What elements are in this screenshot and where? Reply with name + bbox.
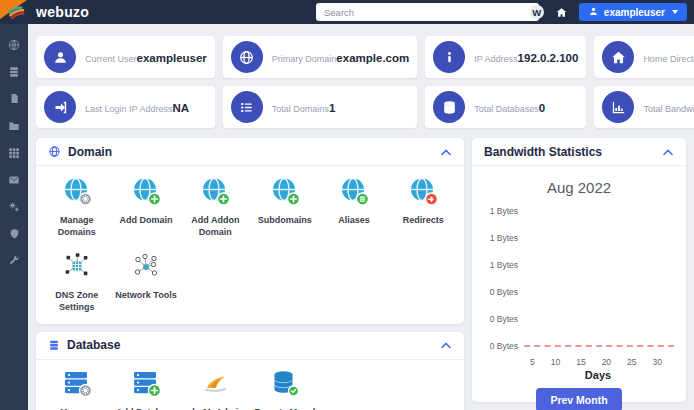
home-icon	[602, 41, 634, 73]
bandwidth-chart: 1 Bytes 1 Bytes 1 Bytes 0 Bytes 0 Bytes …	[478, 206, 678, 354]
domain-item-redirects[interactable]: Redirects	[389, 176, 458, 238]
database-item-manage-databases[interactable]: Manage Databases	[42, 368, 111, 410]
collapse-chevron-up-icon[interactable]	[440, 148, 452, 156]
item-label: Aliases	[338, 215, 370, 227]
database-panel-header: Database	[36, 332, 464, 360]
sidebar	[0, 24, 28, 410]
x-axis-tick: 30	[653, 357, 662, 367]
stat-value: 0	[539, 102, 545, 114]
domain-item-aliases[interactable]: Aliases	[319, 176, 388, 238]
stat-card-primary-domain: Primary Domainexample.com	[223, 36, 417, 78]
sidebar-item-settings settings-gears-icon[interactable]	[0, 193, 28, 220]
main-content: Current Userexampleuser Primary Domainex…	[28, 24, 694, 410]
webuzo-logo-icon	[8, 4, 25, 21]
x-axis-tick: 15	[576, 357, 585, 367]
database-item-add-database[interactable]: Add Database	[111, 368, 180, 410]
stat-label: IP Address	[474, 54, 517, 64]
stat-label: Primary Domain	[272, 54, 337, 64]
user-menu-label: exampleuser	[604, 7, 665, 18]
bandwidth-panel-header: Bandwidth Statistics	[472, 138, 686, 166]
stat-card-total-domains: Total Domains1	[223, 86, 417, 128]
item-label: Add Domain	[119, 215, 172, 227]
panel-title: Database	[67, 338, 120, 352]
y-axis-tick: 1 Bytes	[478, 233, 518, 243]
database-item-remote-mysql-access[interactable]: Remote Mysql Access	[250, 368, 319, 410]
x-axis-tick: 25	[627, 357, 636, 367]
phpmyadmin-icon	[200, 368, 230, 402]
sidebar-item-apps apps-grid-icon[interactable]	[0, 139, 28, 166]
domain-item-add-domain[interactable]: Add Domain	[111, 176, 180, 238]
stat-value: 192.0.2.100	[518, 52, 579, 64]
domain-item-add-addon-domain[interactable]: Add Addon Domain	[181, 176, 250, 238]
db-remote-icon	[270, 368, 300, 402]
app-logo[interactable]: webuzo	[8, 0, 89, 24]
y-axis-tick: 0 Bytes	[478, 287, 518, 297]
panel-title: Domain	[68, 145, 112, 159]
y-axis-tick: 1 Bytes	[478, 260, 518, 270]
db-stack-gear-icon	[62, 368, 92, 402]
collapse-chevron-up-icon[interactable]	[440, 341, 452, 349]
y-axis-tick: 1 Bytes	[478, 206, 518, 216]
x-axis-label: Days	[472, 369, 686, 381]
x-axis-tick: 20	[602, 357, 611, 367]
globe-plus-icon	[131, 176, 161, 210]
caret-down-icon	[672, 10, 678, 14]
sidebar-item-file-manager folder-icon[interactable]	[0, 112, 28, 139]
info-icon	[433, 41, 465, 73]
database-items: Manage Databases Add Database phpMyAdmin	[36, 360, 464, 410]
collapse-chevron-up-icon[interactable]	[662, 148, 674, 156]
search-input[interactable]	[316, 3, 539, 21]
network-tools-icon	[131, 251, 161, 285]
globe-icon	[48, 145, 61, 158]
x-axis-ticks: 5 10 15 20 25 30	[518, 357, 676, 367]
domain-item-dns-zone-settings[interactable]: DNS Zone Settings	[42, 251, 111, 313]
user-icon	[588, 6, 599, 19]
sidebar-item-email mail-icon[interactable]	[0, 166, 28, 193]
item-label: DNS Zone Settings	[45, 290, 109, 313]
database-panel: Database Manage Databases Add Database	[36, 332, 464, 410]
item-label: Network Tools	[115, 290, 176, 302]
home-icon[interactable]	[555, 6, 568, 19]
domain-item-subdomains[interactable]: Subdomains	[250, 176, 319, 238]
domain-item-network-tools[interactable]: Network Tools	[111, 251, 180, 313]
bandwidth-chart-icon	[602, 91, 634, 123]
item-label: Add Addon Domain	[183, 215, 247, 238]
y-axis-tick: 0 Bytes	[478, 314, 518, 324]
dns-network-icon	[62, 251, 92, 285]
database-icon	[433, 91, 465, 123]
globe-plus-icon	[270, 176, 300, 210]
stat-label: Total Databases	[474, 104, 539, 114]
logo-text: webuzo	[36, 4, 89, 20]
sidebar-item-databases database-icon[interactable]	[0, 58, 28, 85]
x-axis-tick: 5	[530, 357, 535, 367]
stat-label: Current User	[85, 54, 137, 64]
chart-title: Aug 2022	[472, 179, 686, 196]
database-item-phpmyadmin[interactable]: phpMyAdmin	[181, 368, 250, 410]
sidebar-item-files files-icon[interactable]	[0, 85, 28, 112]
bandwidth-statistics-panel: Bandwidth Statistics Aug 2022 1 Bytes 1 …	[472, 138, 686, 402]
sidebar-item-domains globe-icon[interactable]	[0, 31, 28, 58]
globe-list-icon	[339, 176, 369, 210]
domain-items: Manage Domains Add Domain Add Addon Doma…	[36, 166, 464, 324]
panel-title: Bandwidth Statistics	[484, 145, 602, 159]
wordpress-icon[interactable]: W	[530, 5, 544, 19]
sidebar-item-security shield-icon[interactable]	[0, 220, 28, 247]
prev-month-button[interactable]: Prev Month	[536, 388, 621, 410]
item-label: Subdomains	[258, 215, 312, 227]
stat-label: Home Directory	[643, 54, 694, 64]
globe-icon	[231, 41, 263, 73]
globe-plus-icon	[200, 176, 230, 210]
stat-label: Total Bandwidth	[643, 104, 694, 114]
y-axis-tick: 0 Bytes	[478, 341, 518, 351]
sidebar-item-tools wrench-icon[interactable]	[0, 247, 28, 274]
user-menu-button[interactable]: exampleuser	[579, 3, 687, 21]
globe-redirect-icon	[408, 176, 438, 210]
item-label: Manage Domains	[45, 215, 109, 238]
x-axis-tick: 10	[551, 357, 560, 367]
stat-value: example.com	[336, 52, 409, 64]
stat-label: Last Login IP Address	[85, 104, 172, 114]
stat-card-last-login-ip: Last Login IP AddressNA	[36, 86, 215, 128]
globe-gear-icon	[62, 176, 92, 210]
domain-panel: Domain Manage Domains Add Domain	[36, 138, 464, 324]
domain-item-manage-domains[interactable]: Manage Domains	[42, 176, 111, 238]
